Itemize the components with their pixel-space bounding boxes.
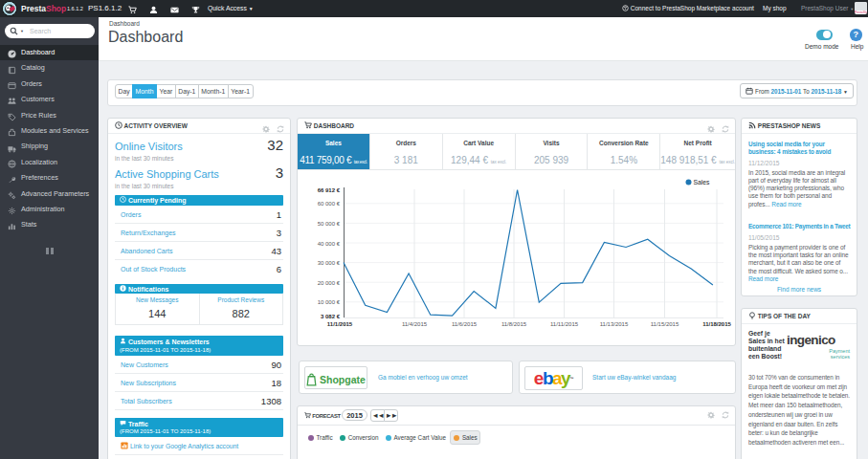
svg-text:11/8/2015: 11/8/2015 xyxy=(501,321,527,327)
svg-text:11/11/2015: 11/11/2015 xyxy=(550,321,579,327)
svg-text:30 000 €: 30 000 € xyxy=(318,260,341,266)
svg-text:60 000 €: 60 000 € xyxy=(318,201,341,207)
svg-text:20 000 €: 20 000 € xyxy=(318,280,341,286)
svg-text:11/13/2015: 11/13/2015 xyxy=(600,321,629,327)
svg-text:3 082 €: 3 082 € xyxy=(321,314,341,319)
svg-text:11/18/2015: 11/18/2015 xyxy=(702,321,731,327)
svg-text:11/15/2015: 11/15/2015 xyxy=(651,321,679,327)
svg-text:Sales: Sales xyxy=(694,179,711,186)
svg-text:11/4/2015: 11/4/2015 xyxy=(402,321,428,327)
svg-text:50 000 €: 50 000 € xyxy=(318,221,341,227)
svg-text:66 912 €: 66 912 € xyxy=(318,187,341,193)
svg-text:40 000 €: 40 000 € xyxy=(318,241,341,247)
svg-text:11/6/2015: 11/6/2015 xyxy=(452,321,478,327)
svg-text:11/1/2015: 11/1/2015 xyxy=(327,321,353,327)
svg-text:10 000 €: 10 000 € xyxy=(318,299,341,305)
